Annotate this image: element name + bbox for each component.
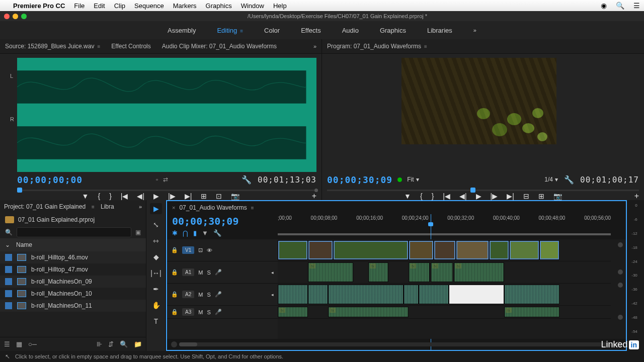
step-back-icon[interactable]: ◀| [459,192,467,200]
track-collapse-icon[interactable] [618,283,623,288]
timeline-close-icon[interactable]: × [172,205,175,211]
program-fit-select[interactable]: Fit▾ [407,176,419,183]
audio-clip[interactable]: fx [409,262,430,282]
ws-editing[interactable]: Editing≡ [217,27,243,34]
new-bin-icon[interactable]: ▣ [135,229,141,236]
step-back-icon[interactable]: ◀| [137,192,144,200]
list-item[interactable]: b-roll_Hilltop_46.mov [0,251,146,263]
linked-sel-icon[interactable]: ⋂ [183,229,188,237]
track-select-tool-icon[interactable]: ⤡ [150,219,162,230]
video-clip[interactable] [278,240,308,260]
track-header-a3[interactable]: 🔒 A3 M S 🎤 [167,306,278,319]
audio-clip[interactable] [419,285,449,304]
zoom-slider-icon[interactable]: ⊪ [97,340,102,348]
chevron-left-icon[interactable]: ◂ [271,270,274,275]
timeline-tab-menu-icon[interactable]: ≡ [251,205,254,211]
audio-clip[interactable]: fx [278,307,308,317]
go-out-icon[interactable]: ▶| [507,192,514,200]
list-item[interactable]: b-roll_MachinesOn_11 [0,300,146,312]
toggle-output-icon[interactable]: 👁 [207,247,212,253]
go-out-icon[interactable]: ▶| [185,192,192,200]
project-search-input[interactable] [17,227,131,237]
export-frame-icon[interactable]: 📷 [553,192,562,200]
menu-file[interactable]: File [74,2,85,10]
solo-button[interactable]: S [207,292,210,298]
lock-icon[interactable]: 🔒 [171,291,178,298]
ws-assembly[interactable]: Assembly [168,27,196,34]
track-collapse-icon[interactable] [618,269,623,275]
type-tool-icon[interactable]: T [150,316,162,327]
new-bin-icon[interactable]: 📁 [134,340,142,348]
source-waveform[interactable] [17,58,316,172]
video-clip[interactable] [539,240,559,260]
track-collapse-icon[interactable] [618,242,623,247]
program-wrench-icon[interactable]: 🔧 [564,175,574,185]
program-tc[interactable]: 00;00;30;09 [327,174,392,185]
hand-tool-icon[interactable]: ✋ [150,300,162,311]
play-icon[interactable]: ▶ [153,192,159,200]
lift-icon[interactable]: ⊟ [523,192,529,200]
ripple-tool-icon[interactable]: ⇿ [150,235,162,246]
lock-icon[interactable]: 🔒 [171,269,178,276]
slip-tool-icon[interactable]: |↔| [150,267,162,279]
voice-over-icon[interactable]: 🎤 [215,309,222,315]
menu-graphics[interactable]: Graphics [206,2,232,10]
project-tab[interactable]: Project: 07_01 Gain Explained [4,203,86,210]
solo-button[interactable]: S [207,269,210,276]
ws-effects[interactable]: Effects [301,27,321,34]
search-icon[interactable]: 🔍 [616,2,624,10]
source-overflow-icon[interactable]: » [313,43,316,49]
audio-clip[interactable]: fx [504,307,559,317]
track-label[interactable]: A2 [182,291,194,298]
program-zoom-select[interactable]: 1/4▾ [544,176,558,183]
timeline-tab[interactable]: 07_01_Audio Waveforms [179,204,247,211]
audio-clip[interactable] [328,285,404,304]
icon-view-icon[interactable]: ▦ [16,340,22,348]
menu-edit[interactable]: Edit [94,2,105,10]
program-add-button-icon[interactable]: + [634,192,639,201]
out-point-icon[interactable]: } [109,192,112,200]
col-name[interactable]: Name [16,241,32,248]
mark-in-icon[interactable]: ▼ [404,192,411,200]
project-header[interactable]: ⌄ Name [0,238,146,251]
minimize-button[interactable] [13,14,18,19]
source-tab[interactable]: Source: 152689_Blues Juice.wav≡ [5,43,100,50]
snap-icon[interactable]: ✱ [172,229,178,237]
project-tab-menu-icon[interactable]: ≡ [92,204,95,210]
insert-icon[interactable]: ⊞ [201,192,207,200]
voice-over-icon[interactable]: 🎤 [215,291,222,298]
ws-overflow-icon[interactable]: » [473,27,476,33]
audio-clip-mixer-tab[interactable]: Audio Clip Mixer: 07_01_Audio Waveforms [162,43,277,50]
source-add-button-icon[interactable]: + [312,192,316,201]
track-header-v1[interactable]: 🔒 V1 ⊡ 👁 [167,239,278,261]
audio-clip[interactable] [308,285,328,304]
program-preview[interactable] [401,58,556,144]
video-clip[interactable] [489,240,509,260]
ws-audio[interactable]: Audio [342,27,359,34]
mute-button[interactable]: M [198,269,203,276]
in-point-icon[interactable]: { [98,192,100,200]
pen-tool-icon[interactable]: ✒ [150,284,162,295]
source-tc-in[interactable]: 00;00;00;00 [17,174,83,185]
track-label[interactable]: A3 [182,308,194,316]
close-button[interactable] [4,14,10,19]
track-header-a2[interactable]: 🔒 A2 M S 🎤 ◂ [167,284,278,306]
add-marker-icon[interactable]: ▮ [193,229,197,237]
menu-clip[interactable]: Clip [114,2,125,10]
marker-icon[interactable]: ▼ [202,229,208,237]
audio-clip[interactable] [404,285,419,304]
ws-color[interactable]: Color [264,27,280,34]
sync-lock-icon[interactable]: ⊡ [198,247,203,253]
settings-icon[interactable]: 🔧 [213,229,221,237]
lock-icon[interactable]: 🔒 [171,309,178,315]
audio-clip[interactable]: fx [454,262,504,282]
project-overflow-icon[interactable]: » [139,204,142,210]
export-frame-icon[interactable]: 📷 [231,192,239,200]
audio-clip[interactable]: fx [328,307,409,317]
chevron-left-icon[interactable]: ◂ [271,292,274,297]
mute-button[interactable]: M [198,292,203,298]
find-icon[interactable]: 🔍 [120,340,128,348]
effect-controls-tab[interactable]: Effect Controls [111,43,150,50]
ws-editing-menu-icon[interactable]: ≡ [240,28,243,34]
overwrite-icon[interactable]: ⊡ [216,192,222,200]
